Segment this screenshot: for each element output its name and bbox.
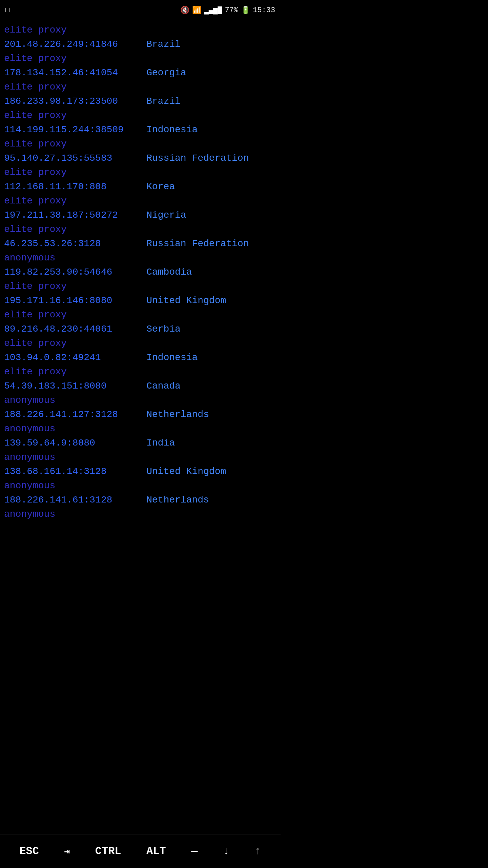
proxy-country: United Kingdom [146, 294, 226, 308]
proxy-type: elite proxy [4, 336, 277, 351]
proxy-ip: 195.171.16.146:8080 [4, 294, 126, 308]
proxy-ip: 138.68.161.14:3128 [4, 465, 126, 479]
proxy-entry: anonymous [4, 507, 277, 521]
proxy-type: anonymous [4, 479, 277, 493]
status-icons: 🔇 📶 ▂▄▆█ 77% 🔋 15:33 [180, 6, 275, 15]
proxy-country: Russian Federation [146, 151, 249, 165]
proxy-ip-line: 119.82.253.90:54646Cambodia [4, 265, 277, 279]
proxy-ip-line: 186.233.98.173:23500Brazil [4, 94, 277, 108]
proxy-ip: 114.199.115.244:38509 [4, 123, 126, 137]
proxy-country: India [146, 436, 175, 450]
proxy-ip: 139.59.64.9:8080 [4, 436, 126, 450]
proxy-type: anonymous [4, 450, 277, 465]
proxy-type: elite proxy [4, 279, 277, 294]
proxy-ip: 112.168.11.170:808 [4, 180, 126, 194]
proxy-ip-line: 139.59.64.9:8080India [4, 436, 277, 450]
proxy-ip: 54.39.183.151:8080 [4, 379, 126, 393]
proxy-type: elite proxy [4, 137, 277, 151]
proxy-country: Russian Federation [146, 237, 249, 251]
proxy-entry: elite proxy54.39.183.151:8080Canada [4, 365, 277, 393]
proxy-entry: anonymous138.68.161.14:3128United Kingdo… [4, 450, 277, 479]
proxy-type: elite proxy [4, 23, 277, 37]
proxy-ip-line: 188.226.141.61:3128Netherlands [4, 493, 277, 507]
proxy-ip-line: 112.168.11.170:808Korea [4, 180, 277, 194]
proxy-country: Nigeria [146, 208, 186, 222]
proxy-entry: elite proxy201.48.226.249:41846Brazil [4, 23, 277, 52]
proxy-country: Indonesia [146, 123, 198, 137]
proxy-ip-line: 138.68.161.14:3128United Kingdom [4, 465, 277, 479]
proxy-entry: elite proxy195.171.16.146:8080United Kin… [4, 279, 277, 308]
proxy-entry: anonymous188.226.141.61:3128Netherlands [4, 479, 277, 507]
proxy-ip: 188.226.141.61:3128 [4, 493, 126, 507]
proxy-ip: 197.211.38.187:50272 [4, 208, 126, 222]
proxy-ip-line: 114.199.115.244:38509Indonesia [4, 123, 277, 137]
proxy-type: elite proxy [4, 80, 277, 94]
proxy-type: anonymous [4, 251, 277, 265]
proxy-entry: anonymous139.59.64.9:8080India [4, 422, 277, 450]
proxy-ip-line: 103.94.0.82:49241Indonesia [4, 351, 277, 365]
proxy-ip: 188.226.141.127:3128 [4, 408, 126, 422]
proxy-type: anonymous [4, 393, 277, 408]
proxy-ip: 95.140.27.135:55583 [4, 151, 126, 165]
terminal-icon: □ [5, 6, 10, 15]
proxy-type: elite proxy [4, 194, 277, 208]
proxy-ip-line: 178.134.152.46:41054Georgia [4, 66, 277, 80]
proxy-type: anonymous [4, 422, 277, 436]
proxy-entry: elite proxy46.235.53.26:3128Russian Fede… [4, 222, 277, 251]
proxy-country: United Kingdom [146, 465, 226, 479]
battery-icon: 🔋 [241, 6, 250, 15]
proxy-entry: elite proxy95.140.27.135:55583Russian Fe… [4, 137, 277, 165]
proxy-country: Georgia [146, 66, 186, 80]
proxy-ip-line: 188.226.141.127:3128Netherlands [4, 408, 277, 422]
proxy-ip-line: 89.216.48.230:44061Serbia [4, 322, 277, 336]
proxy-country: Serbia [146, 322, 181, 336]
proxy-entry: elite proxy178.134.152.46:41054Georgia [4, 52, 277, 80]
proxy-country: Brazil [146, 94, 181, 108]
wifi-icon: 📶 [192, 6, 201, 15]
proxy-entry: elite proxy197.211.38.187:50272Nigeria [4, 194, 277, 222]
proxy-ip-line: 95.140.27.135:55583Russian Federation [4, 151, 277, 165]
proxy-entry: elite proxy112.168.11.170:808Korea [4, 165, 277, 194]
proxy-entry: elite proxy186.233.98.173:23500Brazil [4, 80, 277, 108]
proxy-ip: 89.216.48.230:44061 [4, 322, 126, 336]
proxy-ip-line: 197.211.38.187:50272Nigeria [4, 208, 277, 222]
battery-percent: 77% [225, 6, 238, 15]
proxy-ip-line: 201.48.226.249:41846Brazil [4, 37, 277, 52]
signal-icon: ▂▄▆█ [204, 6, 222, 15]
proxy-ip-line: 46.235.53.26:3128Russian Federation [4, 237, 277, 251]
proxy-type: elite proxy [4, 52, 277, 66]
proxy-ip-line: 54.39.183.151:8080Canada [4, 379, 277, 393]
proxy-country: Korea [146, 180, 175, 194]
proxy-country: Canada [146, 379, 181, 393]
proxy-ip: 46.235.53.26:3128 [4, 237, 126, 251]
proxy-country: Netherlands [146, 408, 209, 422]
proxy-type: elite proxy [4, 108, 277, 123]
proxy-country: Cambodia [146, 265, 192, 279]
proxy-country: Netherlands [146, 493, 209, 507]
proxy-entry: elite proxy89.216.48.230:44061Serbia [4, 308, 277, 336]
proxy-entry: anonymous119.82.253.90:54646Cambodia [4, 251, 277, 279]
proxy-country: Indonesia [146, 351, 198, 365]
proxy-ip: 119.82.253.90:54646 [4, 265, 126, 279]
proxy-ip-line: 195.171.16.146:8080United Kingdom [4, 294, 277, 308]
status-bar: □ 🔇 📶 ▂▄▆█ 77% 🔋 15:33 [0, 0, 281, 20]
terminal-content: elite proxy201.48.226.249:41846Brazileli… [0, 20, 281, 562]
proxy-entry: elite proxy103.94.0.82:49241Indonesia [4, 336, 277, 365]
mute-icon: 🔇 [180, 6, 189, 15]
proxy-type: elite proxy [4, 365, 277, 379]
proxy-ip: 186.233.98.173:23500 [4, 94, 126, 108]
proxy-entry: elite proxy114.199.115.244:38509Indonesi… [4, 108, 277, 137]
proxy-type: elite proxy [4, 165, 277, 180]
proxy-type: elite proxy [4, 308, 277, 322]
clock: 15:33 [253, 6, 275, 15]
proxy-ip: 178.134.152.46:41054 [4, 66, 126, 80]
proxy-type: elite proxy [4, 222, 277, 237]
proxy-type: anonymous [4, 507, 277, 521]
proxy-ip: 201.48.226.249:41846 [4, 37, 126, 52]
proxy-entry: anonymous188.226.141.127:3128Netherlands [4, 393, 277, 422]
proxy-ip: 103.94.0.82:49241 [4, 351, 126, 365]
proxy-country: Brazil [146, 37, 181, 52]
